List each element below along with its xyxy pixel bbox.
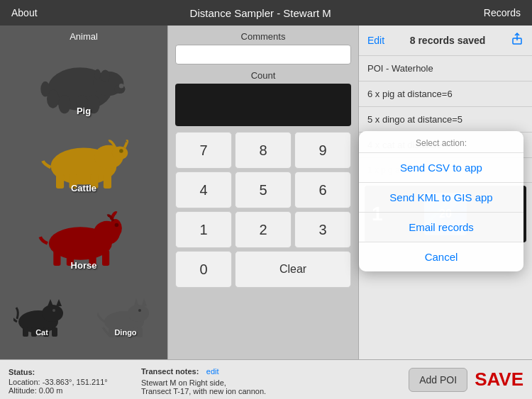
num-1-button[interactable]: 1	[175, 211, 232, 248]
num-7-button[interactable]: 7	[175, 132, 232, 169]
action-sheet: Select action: Send CSV to app Send KML …	[359, 131, 523, 271]
email-records-button[interactable]: Email records	[359, 213, 523, 242]
record-1[interactable]: 6 x pig at distance=6	[359, 82, 532, 107]
transect-label: Transect notes:	[141, 367, 199, 376]
svg-rect-41	[137, 327, 143, 337]
svg-point-9	[119, 84, 124, 89]
transect-section: Transect notes: edit Stewart M on Right …	[133, 364, 409, 395]
comments-input[interactable]	[175, 45, 351, 64]
num-4-button[interactable]: 4	[175, 172, 232, 208]
send-csv-button[interactable]: Send CSV to app	[359, 153, 523, 183]
location-text: Location: -33.863°, 151.211°	[9, 378, 133, 386]
bottom-bar: Status: Location: -33.863°, 151.211° Alt…	[0, 359, 532, 399]
svg-point-28	[42, 305, 63, 322]
share-button[interactable]	[511, 33, 523, 48]
record-0[interactable]: POI - Waterhole	[359, 56, 532, 82]
num-8-button[interactable]: 8	[235, 132, 292, 169]
num-0-button[interactable]: 0	[175, 251, 232, 288]
svg-marker-33	[48, 299, 53, 306]
send-kml-button[interactable]: Send KML to GIS app	[359, 183, 523, 213]
save-button[interactable]: SAVE	[475, 369, 523, 390]
horse-label: Horse	[71, 260, 97, 271]
clear-button[interactable]: Clear	[235, 251, 351, 288]
records-header: Edit 8 records saved	[359, 26, 532, 56]
animal-cattle[interactable]: Cattle	[0, 122, 167, 199]
svg-point-8	[94, 69, 101, 79]
num-3-button[interactable]: 3	[294, 211, 351, 248]
svg-point-44	[138, 309, 141, 312]
status-text: Status:	[9, 368, 35, 376]
svg-point-25	[109, 219, 122, 237]
svg-marker-42	[134, 298, 139, 306]
svg-point-3	[58, 95, 70, 113]
altitude-text: Altitude: 0.00 m	[9, 386, 133, 395]
record-2[interactable]: 5 x dingo at distance=5	[359, 107, 532, 133]
svg-marker-34	[56, 299, 62, 306]
animal-cat[interactable]: Cat	[0, 292, 84, 338]
num-2-button[interactable]: 2	[235, 211, 292, 248]
svg-marker-43	[142, 298, 147, 306]
cat-label: Cat	[35, 328, 48, 337]
add-poi-button[interactable]: Add POI	[409, 368, 467, 392]
left-panel: Animal Pig	[0, 26, 167, 359]
count-title: Count	[251, 70, 276, 81]
cattle-label: Cattle	[71, 183, 96, 193]
share-icon	[511, 33, 523, 45]
svg-point-26	[115, 223, 119, 227]
numpad: 7 8 9 4 5 6 1 2 3 0 Clear	[175, 132, 351, 288]
records-button[interactable]: Records	[484, 7, 521, 18]
animal-panel-title: Animal	[70, 31, 98, 42]
middle-panel: Comments Count 7 8 9 4 5 6 1 2 3 0 Clear	[167, 26, 359, 359]
svg-rect-24	[102, 249, 109, 265]
small-animals-row: Cat Dingo	[0, 276, 167, 354]
svg-rect-21	[53, 249, 60, 265]
top-bar: About Distance Sampler - Stewart M Recor…	[0, 0, 532, 26]
action-sheet-title: Select action:	[359, 131, 523, 153]
num-5-button[interactable]: 5	[235, 172, 292, 208]
count-display	[175, 84, 351, 126]
svg-rect-29	[23, 327, 28, 337]
svg-point-35	[52, 309, 55, 312]
svg-rect-32	[52, 327, 57, 337]
animal-dingo[interactable]: Dingo	[84, 292, 167, 338]
svg-point-7	[101, 69, 110, 82]
svg-rect-16	[104, 174, 111, 188]
svg-point-18	[119, 149, 123, 153]
cancel-button[interactable]: Cancel	[359, 242, 523, 271]
app-title: Distance Sampler - Stewart M	[190, 7, 331, 19]
transect-notes: Stewart M on Right side, Transect T-17, …	[141, 378, 400, 395]
svg-point-10	[40, 81, 50, 96]
transect-edit-link[interactable]: edit	[206, 367, 219, 376]
records-count: 8 records saved	[410, 35, 486, 46]
animal-horse[interactable]: Horse	[0, 199, 167, 276]
animal-pig[interactable]: Pig	[0, 45, 167, 122]
about-button[interactable]: About	[11, 7, 38, 18]
svg-point-17	[112, 146, 128, 159]
svg-rect-13	[56, 174, 64, 188]
comments-title: Comments	[241, 31, 286, 42]
pig-label: Pig	[77, 106, 91, 116]
num-9-button[interactable]: 9	[294, 132, 351, 169]
num-6-button[interactable]: 6	[294, 172, 351, 208]
edit-button[interactable]: Edit	[367, 35, 384, 46]
status-label: Status:	[9, 365, 133, 378]
status-section: Status: Location: -33.863°, 151.211° Alt…	[9, 365, 133, 395]
svg-point-37	[128, 305, 149, 322]
dingo-label: Dingo	[114, 328, 136, 337]
